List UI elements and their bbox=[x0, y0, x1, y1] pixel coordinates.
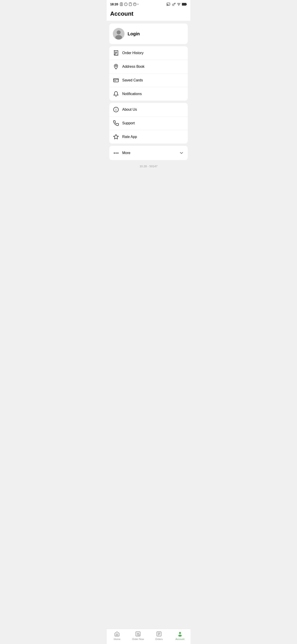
svg-marker-27 bbox=[113, 134, 118, 139]
bottom-nav: Home Order Now Orders bbox=[107, 629, 190, 644]
menu-item-notifications[interactable]: Notifications bbox=[109, 87, 188, 100]
nav-item-orders[interactable]: Orders bbox=[149, 631, 170, 640]
menu-item-saved-cards[interactable]: Saved Cards bbox=[109, 74, 188, 87]
avatar bbox=[113, 28, 124, 40]
login-card[interactable]: Login bbox=[109, 24, 188, 44]
menu-section-1: Order History Address Book bbox=[109, 46, 188, 100]
about-us-label: About Us bbox=[122, 108, 137, 112]
dots-icon bbox=[113, 150, 119, 156]
saved-cards-label: Saved Cards bbox=[122, 78, 143, 82]
nav-account-label: Account bbox=[175, 638, 184, 640]
info-icon bbox=[113, 106, 119, 113]
svg-rect-12 bbox=[182, 3, 186, 6]
menu-item-order-history[interactable]: Order History bbox=[109, 46, 188, 60]
location-icon bbox=[113, 64, 119, 70]
more-label: More bbox=[122, 151, 130, 155]
svg-point-16 bbox=[115, 35, 122, 40]
menu-list-2: About Us Support Rate App bbox=[109, 103, 188, 144]
svg-point-10 bbox=[167, 5, 167, 6]
account-icon bbox=[177, 631, 183, 637]
status-bar: 18:20 · bbox=[107, 0, 190, 8]
status-right bbox=[167, 2, 187, 6]
login-label: Login bbox=[128, 31, 140, 36]
more-left: More bbox=[113, 150, 130, 156]
notifications-label: Notifications bbox=[122, 92, 142, 96]
svg-point-20 bbox=[115, 65, 116, 66]
status-left: 18:20 · bbox=[110, 2, 139, 6]
more-item[interactable]: More bbox=[109, 146, 188, 160]
page-title: Account bbox=[110, 10, 187, 17]
menu-item-address-book[interactable]: Address Book bbox=[109, 60, 188, 74]
version-text: 10.28 - 50147 bbox=[109, 162, 188, 172]
rate-app-label: Rate App bbox=[122, 135, 137, 139]
order-history-label: Order History bbox=[122, 51, 143, 55]
nav-home-label: Home bbox=[114, 638, 120, 640]
svg-point-37 bbox=[178, 634, 182, 636]
card-icon bbox=[113, 77, 119, 84]
phone-icon bbox=[113, 120, 119, 126]
orders-icon bbox=[156, 631, 162, 637]
menu-section-2: About Us Support Rate App bbox=[109, 103, 188, 144]
support-label: Support bbox=[122, 121, 135, 125]
svg-rect-28 bbox=[136, 632, 140, 636]
home-icon bbox=[114, 631, 120, 637]
status-icons-left: · bbox=[120, 2, 139, 6]
svg-rect-13 bbox=[186, 4, 187, 5]
svg-point-11 bbox=[179, 5, 179, 6]
nav-item-account[interactable]: Account bbox=[169, 631, 190, 640]
menu-item-rate-app[interactable]: Rate App bbox=[109, 130, 188, 144]
receipt-icon bbox=[113, 50, 119, 56]
status-time: 18:20 bbox=[110, 2, 118, 6]
bell-icon bbox=[113, 91, 119, 97]
star-icon bbox=[113, 134, 119, 140]
menu-item-about-us[interactable]: About Us bbox=[109, 103, 188, 116]
svg-point-36 bbox=[179, 632, 181, 634]
svg-rect-21 bbox=[113, 78, 118, 82]
content-area: Login Order History bbox=[107, 21, 190, 194]
page-header: Account bbox=[107, 8, 190, 21]
address-book-label: Address Book bbox=[122, 64, 145, 69]
nav-orders-label: Orders bbox=[155, 638, 163, 640]
nav-item-order-now[interactable]: Order Now bbox=[128, 631, 149, 640]
more-card[interactable]: More bbox=[109, 146, 188, 160]
nav-item-home[interactable]: Home bbox=[107, 631, 128, 640]
svg-point-8 bbox=[133, 3, 136, 6]
order-now-icon bbox=[135, 631, 141, 637]
menu-list-1: Order History Address Book bbox=[109, 46, 188, 100]
menu-item-support[interactable]: Support bbox=[109, 116, 188, 130]
svg-point-15 bbox=[117, 30, 121, 34]
chevron-down-icon bbox=[179, 150, 184, 156]
nav-order-now-label: Order Now bbox=[132, 638, 144, 640]
